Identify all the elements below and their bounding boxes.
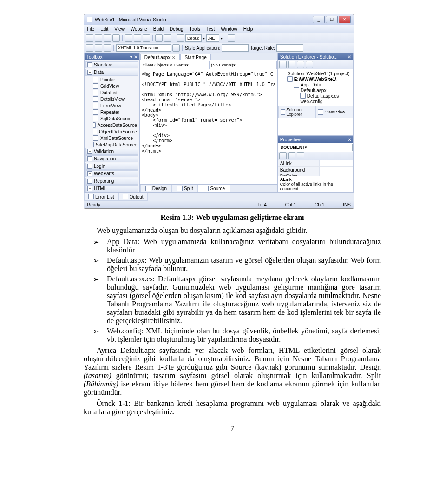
tb-detailsview[interactable]: DetailsView <box>85 96 138 102</box>
tb-sqldatasource[interactable]: SqlDataSource <box>85 115 138 122</box>
sol-project[interactable]: E:\WWW\WebSite1\ <box>280 76 352 82</box>
close-button[interactable]: ✕ <box>339 16 351 23</box>
menu-view[interactable]: View <box>113 26 125 32</box>
config-combo[interactable]: Debug <box>185 34 202 42</box>
tab-error-list[interactable]: Error List <box>84 193 118 201</box>
sol-default-aspx[interactable]: Default.aspx <box>280 87 352 93</box>
toolbox-cat-navigation[interactable]: +Navigation <box>85 155 138 162</box>
view-design[interactable]: Design <box>140 185 172 192</box>
paragraph-example: Örnek 1-1: Bir bankanın kredi hesaplama … <box>84 399 381 416</box>
toolbox-cat-data[interactable]: −Data <box>85 69 138 76</box>
pin-icon[interactable]: ▾ ✕ <box>130 54 138 60</box>
statusbar: Ready Ln 4 Col 1 Ch 1 INS <box>84 201 354 208</box>
maximize-button[interactable]: ☐ <box>326 16 338 23</box>
toolbox-cat-html[interactable]: +HTML <box>85 185 138 192</box>
property-grid[interactable]: ALink Background BgColor Class <box>278 160 353 176</box>
prop-desc: ALink Color of all active links in the d… <box>278 176 353 192</box>
sol-webconfig[interactable]: web.config <box>280 99 352 104</box>
toolbox-cat-standard[interactable]: +Standard <box>85 61 138 68</box>
toolbox-cat-login[interactable]: +Login <box>85 163 138 170</box>
paragraph-views: Ayrıca Default.apx sayfasında yer alacak… <box>84 346 381 397</box>
props-close-icon[interactable]: ✕ <box>348 137 351 142</box>
status-ready: Ready <box>87 202 100 207</box>
new-icon[interactable] <box>86 34 93 42</box>
sol-props-icon[interactable] <box>297 61 304 68</box>
props-az-icon[interactable] <box>288 152 295 159</box>
tb-pointer[interactable]: Pointer <box>85 76 138 83</box>
tb-accessdatasource[interactable]: AccessDataSource <box>85 122 138 128</box>
tab-default-aspx[interactable]: Default.aspx✕ <box>140 54 180 60</box>
members-combo[interactable]: Client Objects & Events ▾ <box>141 61 209 69</box>
redo-icon[interactable] <box>164 34 171 42</box>
tab-output[interactable]: Output <box>118 193 148 201</box>
props-cat-icon[interactable] <box>279 152 287 159</box>
tab-start-page[interactable]: Start Page <box>180 54 210 60</box>
sol-default-aspx-cs[interactable]: Default.aspx.cs <box>280 93 352 99</box>
platform-combo[interactable]: .NET <box>206 34 220 42</box>
solution-close-icon[interactable]: ✕ <box>348 54 351 60</box>
cut-icon[interactable] <box>125 34 132 42</box>
menu-file[interactable]: File <box>86 26 95 32</box>
target-rule-combo[interactable] <box>276 44 303 52</box>
menu-debug[interactable]: Debug <box>169 26 184 32</box>
solution-icon <box>281 71 286 76</box>
tb-sitemapdatasource[interactable]: SiteMapDataSource <box>85 141 138 148</box>
datalist-icon <box>93 90 98 95</box>
menu-build[interactable]: Build <box>152 26 164 32</box>
menu-test[interactable]: Test <box>205 26 216 32</box>
menu-tools[interactable]: Tools <box>189 26 201 32</box>
menu-window[interactable]: Window <box>220 26 238 32</box>
props-pages-icon[interactable] <box>297 152 304 159</box>
tb-xmldatasource[interactable]: XmlDataSource <box>85 135 138 141</box>
format-icon[interactable] <box>86 44 93 52</box>
aspx-icon <box>294 87 299 93</box>
menu-help[interactable]: Help <box>243 26 254 32</box>
toolbox-cat-webparts[interactable]: +WebParts <box>85 170 138 177</box>
bullet-appdata: App_Data: Web uygulamanızda kullanacağın… <box>102 238 381 254</box>
save-all-icon[interactable] <box>112 34 120 42</box>
sol-root[interactable]: Solution 'WebSite1' (1 project) <box>280 71 352 76</box>
tb-objectdatasource[interactable]: ObjectDataSource <box>85 128 138 135</box>
tb-datalist[interactable]: DataList <box>85 89 138 96</box>
close-tab-icon[interactable]: ✕ <box>172 55 176 60</box>
view-split[interactable]: Split <box>172 185 198 192</box>
style-app-combo[interactable] <box>222 44 249 52</box>
open-icon[interactable] <box>95 34 102 42</box>
find-icon[interactable] <box>228 34 235 42</box>
repeater-icon <box>93 109 98 115</box>
doctype-combo[interactable]: XHTML 1.0 Transition <box>116 44 171 52</box>
status-ch: Ch 1 <box>315 202 324 207</box>
view-source[interactable]: Source <box>198 185 230 192</box>
figure-caption: Resim 1.3: Web uygulaması geliştirme ekr… <box>84 213 381 222</box>
tb-formview[interactable]: FormView <box>85 102 138 109</box>
xmlds-icon <box>93 135 98 141</box>
sol-refresh-icon[interactable] <box>279 61 287 68</box>
toolbox-cat-validation[interactable]: +Validation <box>85 148 138 155</box>
tb-gridview[interactable]: GridView <box>85 83 138 89</box>
bullet-webconfig: Web.config: XML biçiminde olan bu dosya … <box>102 327 381 344</box>
error-list-icon <box>88 194 94 199</box>
tab-solution-explorer[interactable]: Solution Explorer <box>278 106 316 118</box>
save-icon[interactable] <box>104 34 111 42</box>
indent-icon[interactable] <box>95 44 102 52</box>
tab-class-view[interactable]: Class View <box>315 106 353 118</box>
smds-icon <box>93 142 94 147</box>
code-editor[interactable]: <%@ Page Language="C#" AutoEventWireup="… <box>140 70 277 184</box>
design-icon <box>145 186 151 191</box>
sol-code-icon[interactable] <box>306 61 313 68</box>
copy-icon[interactable] <box>134 34 141 42</box>
toolbox-cat-reporting[interactable]: +Reporting <box>85 178 138 185</box>
props-object-combo[interactable]: DOCUMENT ▾ <box>279 144 353 151</box>
validate-icon[interactable] <box>172 44 180 52</box>
run-icon[interactable] <box>177 34 184 42</box>
sol-showall-icon[interactable] <box>288 61 295 68</box>
events-combo[interactable]: (No Events) ▾ <box>209 61 277 69</box>
minimize-button[interactable]: _ <box>313 16 325 23</box>
undo-icon[interactable] <box>155 34 163 42</box>
sol-appdata[interactable]: App_Data <box>280 82 352 87</box>
menu-website[interactable]: Website <box>130 26 148 32</box>
tb-repeater[interactable]: Repeater <box>85 109 138 115</box>
menu-edit[interactable]: Edit <box>99 26 109 32</box>
outdent-icon[interactable] <box>104 44 111 52</box>
paste-icon[interactable] <box>143 34 150 42</box>
